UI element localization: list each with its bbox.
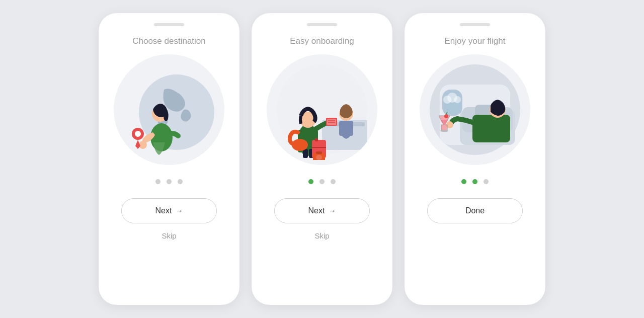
phone-notch-3 [460, 23, 490, 26]
phone-notch [154, 23, 184, 26]
svg-point-5 [135, 131, 141, 137]
phone-1-skip-button[interactable]: Skip [162, 231, 176, 240]
svg-illustration-2 [272, 59, 372, 160]
svg-point-28 [316, 155, 322, 160]
phone-1-next-label: Next [155, 206, 172, 215]
svg-point-38 [454, 96, 461, 103]
dot-2-3 [331, 179, 336, 184]
illustration-choose-destination [114, 54, 224, 165]
dot-3-2 [472, 179, 477, 184]
phone-1-dots [155, 179, 183, 184]
phone-3-done-label: Done [465, 206, 485, 215]
svg-point-20 [292, 139, 308, 151]
svg-point-3 [139, 141, 147, 149]
phone-2-skip-button[interactable]: Skip [314, 231, 329, 240]
svg-rect-22 [315, 138, 318, 141]
dot-1-3 [178, 179, 183, 184]
phone-notch-2 [307, 23, 337, 26]
dot-1-2 [167, 179, 172, 184]
phone-1-arrow-icon: → [176, 207, 183, 215]
phone-3-dots [461, 179, 489, 184]
phone-1-next-button[interactable]: Next → [121, 198, 217, 223]
phone-1-title: Choose destination [132, 36, 206, 46]
phone-2-dots [308, 179, 336, 184]
illustration-enjoy-flight [420, 54, 530, 165]
phones-container: Choose destination [89, 3, 555, 315]
svg-illustration-3 [425, 59, 525, 160]
phone-2-arrow-icon: → [329, 207, 336, 215]
svg-illustration-1 [119, 59, 219, 160]
illustration-easy-onboarding [267, 54, 377, 165]
phone-3-title: Enjoy your flight [445, 36, 506, 46]
dot-2-2 [319, 179, 325, 184]
dot-2-1 [308, 179, 313, 184]
phone-enjoy-flight: Enjoy your flight [405, 13, 545, 305]
svg-rect-39 [472, 115, 510, 142]
svg-rect-17 [327, 119, 336, 125]
phone-choose-destination: Choose destination [99, 13, 239, 305]
phone-easy-onboarding: Easy onboarding [252, 13, 392, 305]
svg-rect-13 [303, 149, 308, 158]
dot-1-1 [155, 179, 160, 184]
dot-3-3 [484, 179, 489, 184]
svg-rect-27 [316, 151, 322, 154]
phone-2-title: Easy onboarding [290, 36, 354, 46]
phone-2-next-button[interactable]: Next → [274, 198, 370, 223]
phone-2-next-label: Next [308, 206, 325, 215]
svg-point-42 [440, 130, 448, 132]
svg-point-43 [444, 114, 448, 118]
phone-3-done-button[interactable]: Done [427, 198, 523, 223]
dot-3-1 [461, 179, 466, 184]
